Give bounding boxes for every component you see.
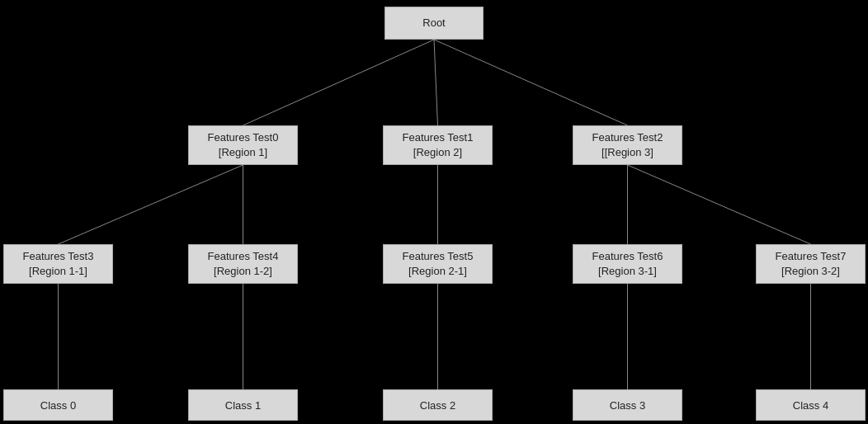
root-node: Root xyxy=(384,7,484,40)
svg-line-2 xyxy=(434,40,628,125)
class-0-node: Class 0 xyxy=(3,389,113,421)
connection-lines xyxy=(0,0,868,424)
feat0-node: Features Test0[Region 1] xyxy=(188,125,298,165)
feat4-node: Features Test4[Region 1-2] xyxy=(188,244,298,284)
tree-diagram: Root Features Test0[Region 1] Features T… xyxy=(0,0,868,424)
svg-line-1 xyxy=(434,40,438,125)
class-4-node: Class 4 xyxy=(756,389,866,421)
svg-line-0 xyxy=(243,40,435,125)
class-2-node: Class 2 xyxy=(383,389,493,421)
feat6-node: Features Test6[Region 3-1] xyxy=(573,244,682,284)
feat5-node: Features Test5[Region 2-1] xyxy=(383,244,493,284)
class-1-node: Class 1 xyxy=(188,389,298,421)
svg-line-7 xyxy=(628,165,811,244)
feat3-node: Features Test3[Region 1-1] xyxy=(3,244,113,284)
svg-line-3 xyxy=(59,165,243,244)
feat1-node: Features Test1[Region 2] xyxy=(383,125,493,165)
feat7-node: Features Test7[Region 3-2] xyxy=(756,244,866,284)
feat2-node: Features Test2[[Region 3] xyxy=(573,125,682,165)
class-3-node: Class 3 xyxy=(573,389,682,421)
